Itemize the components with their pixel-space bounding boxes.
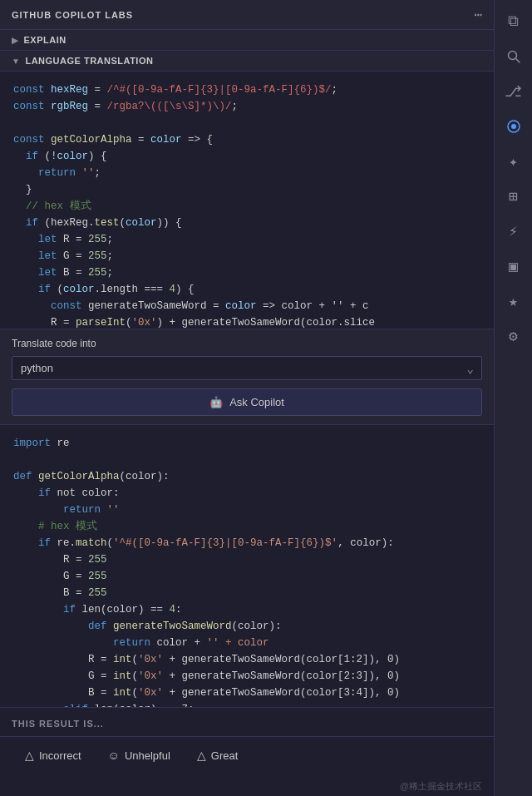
translate-section: Translate code into python javascript ty… (0, 329, 494, 425)
code-line-6: } (13, 181, 480, 198)
result-line-11: def generateTwoSameWord(color): (13, 618, 480, 635)
explain-label: EXPLAIN (24, 35, 66, 45)
result-blank-1 (13, 452, 480, 468)
code-line-14: R = parseInt('0x') + generateTwoSameWord… (13, 314, 480, 329)
copilot-icon: 🤖 (209, 396, 223, 408)
code-line-9: let R = 255; (13, 231, 480, 248)
code-line-12: if (color.length === 4) { (13, 281, 480, 298)
great-icon: △ (197, 749, 206, 762)
code-line-2: const rgbReg = /rgba?\(([\s\S]*)\)/; (13, 98, 480, 115)
result-line-2: def getColorAlpha(color): (13, 468, 480, 485)
result-line-9: B = 255 (13, 585, 480, 601)
code-line-5: return ''; (13, 165, 480, 181)
original-code-area: const hexReg = /^#([0-9a-fA-F]{3}|[0-9a-… (0, 72, 494, 329)
code-line-10: let G = 255; (13, 248, 480, 265)
copy-icon[interactable]: ⧉ (499, 7, 529, 37)
result-line-8: G = 255 (13, 568, 480, 585)
great-label: Great (211, 749, 239, 762)
great-button[interactable]: △ Great (184, 744, 252, 767)
code-line-8: if (hexReg.test(color)) { (13, 215, 480, 231)
code-line-7: // hex 模式 (13, 198, 480, 215)
sidebar: ⧉ ⎇ ✦ ⊞ ⚡ ▣ ★ ⚙ (494, 0, 532, 796)
result-line-4: return '' (13, 502, 480, 518)
result-line-6: if re.match('^#([0-9a-fA-F]{3}|[0-9a-fA-… (13, 535, 480, 551)
copilot-sidebar-icon[interactable] (499, 111, 529, 141)
result-line-15: B = int('0x' + generateTwoSameWord(color… (13, 685, 480, 701)
language-select[interactable]: python javascript typescript java c++ go… (12, 356, 482, 380)
result-line-7: R = 255 (13, 551, 480, 568)
unhelpful-label: Unhelpful (125, 749, 170, 762)
incorrect-label: Incorrect (39, 749, 81, 762)
result-line-13: R = int('0x' + generateTwoSameWord(color… (13, 651, 480, 668)
result-label: THIS RESULT IS... (12, 719, 104, 729)
code-line-3: const getColorAlpha = color => { (13, 131, 480, 148)
incorrect-button[interactable]: △ Incorrect (12, 744, 95, 767)
result-label-section: THIS RESULT IS... (0, 708, 494, 736)
svg-line-1 (515, 59, 520, 63)
language-translation-label: LANGUAGE TRANSLATION (25, 56, 153, 66)
result-line-16: elif len(color) == 7: (13, 701, 480, 708)
watermark: @稀土掘金技术社区 (0, 779, 494, 796)
result-line-14: G = int('0x' + generateTwoSameWord(color… (13, 668, 480, 685)
terminal-icon[interactable]: ▣ (499, 251, 529, 281)
language-translation-section[interactable]: ▼ LANGUAGE TRANSLATION (0, 51, 494, 72)
extensions-icon[interactable]: ⊞ (499, 181, 529, 211)
language-select-wrapper: python javascript typescript java c++ go… (12, 356, 482, 380)
unhelpful-button[interactable]: ☺ Unhelpful (95, 744, 184, 767)
code-line-13: const generateTwoSameWord = color => col… (13, 298, 480, 314)
result-line-5: # hex 模式 (13, 518, 480, 535)
code-blank-1 (13, 115, 480, 131)
star-icon[interactable]: ★ (499, 286, 529, 316)
result-code-area: import re def getColorAlpha(color): if n… (0, 425, 494, 708)
code-line-11: let B = 255; (13, 265, 480, 281)
chevron-right-icon: ▶ (12, 36, 19, 45)
main-panel: GITHUB COPILOT LABS ⋯ ▶ EXPLAIN ▼ LANGUA… (0, 0, 494, 796)
ai-icon[interactable]: ✦ (499, 146, 529, 176)
result-line-10: if len(color) == 4: (13, 601, 480, 618)
feedback-bar: △ Incorrect ☺ Unhelpful △ Great (0, 736, 494, 779)
search-icon[interactable] (499, 42, 529, 72)
code-line-1: const hexReg = /^#([0-9a-fA-F]{3}|[0-9a-… (13, 82, 480, 98)
result-line-3: if not color: (13, 485, 480, 502)
app-title: GITHUB COPILOT LABS (12, 10, 133, 20)
ask-copilot-label: Ask Copilot (229, 396, 284, 408)
chevron-down-icon: ▼ (12, 57, 20, 66)
ask-copilot-button[interactable]: 🤖 Ask Copilot (12, 388, 482, 416)
svg-point-3 (511, 124, 516, 129)
unhelpful-icon: ☺ (108, 749, 120, 762)
code-line-4: if (!color) { (13, 148, 480, 165)
translate-label: Translate code into (12, 338, 482, 349)
chart-icon[interactable]: ⚡ (499, 216, 529, 246)
header: GITHUB COPILOT LABS ⋯ (0, 0, 494, 30)
branch-icon[interactable]: ⎇ (499, 77, 529, 106)
explain-section[interactable]: ▶ EXPLAIN (0, 30, 494, 51)
menu-icon[interactable]: ⋯ (474, 7, 482, 23)
incorrect-icon: △ (25, 749, 34, 762)
result-line-1: import re (13, 435, 480, 452)
settings-icon[interactable]: ⚙ (499, 321, 529, 351)
result-line-12: return color + '' + color (13, 635, 480, 651)
